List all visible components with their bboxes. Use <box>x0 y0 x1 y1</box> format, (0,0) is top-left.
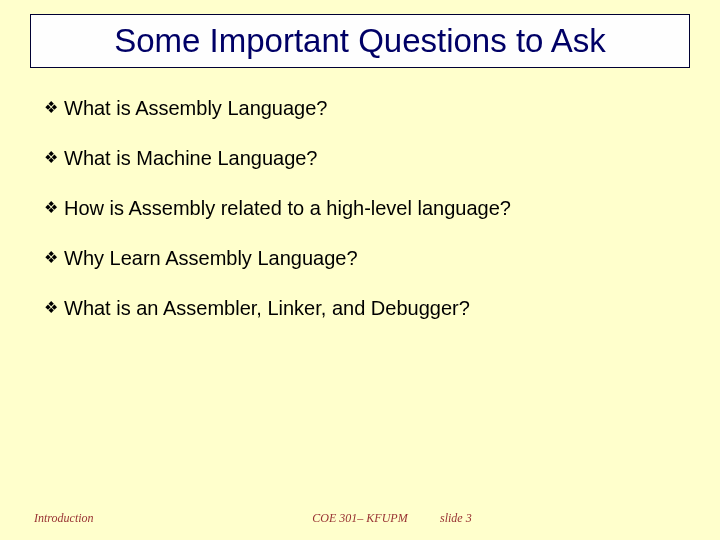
slide-title: Some Important Questions to Ask <box>114 22 606 60</box>
diamond-bullet-icon: ❖ <box>44 196 58 220</box>
list-item: ❖ How is Assembly related to a high-leve… <box>44 196 684 220</box>
list-item: ❖ What is Machine Language? <box>44 146 684 170</box>
diamond-bullet-icon: ❖ <box>44 296 58 320</box>
diamond-bullet-icon: ❖ <box>44 146 58 170</box>
slide: Some Important Questions to Ask ❖ What i… <box>0 0 720 540</box>
bullet-text: Why Learn Assembly Language? <box>64 246 358 270</box>
footer-center: COE 301– KFUPM <box>0 511 720 526</box>
diamond-bullet-icon: ❖ <box>44 246 58 270</box>
bullet-text: What is an Assembler, Linker, and Debugg… <box>64 296 470 320</box>
bullet-text: What is Machine Language? <box>64 146 318 170</box>
bullet-text: How is Assembly related to a high-level … <box>64 196 511 220</box>
title-box: Some Important Questions to Ask <box>30 14 690 68</box>
list-item: ❖ What is an Assembler, Linker, and Debu… <box>44 296 684 320</box>
footer-right: slide 3 <box>440 511 472 526</box>
list-item: ❖ What is Assembly Language? <box>44 96 684 120</box>
bullet-text: What is Assembly Language? <box>64 96 328 120</box>
diamond-bullet-icon: ❖ <box>44 96 58 120</box>
footer: Introduction COE 301– KFUPM slide 3 <box>0 508 720 528</box>
content-area: ❖ What is Assembly Language? ❖ What is M… <box>44 96 684 346</box>
list-item: ❖ Why Learn Assembly Language? <box>44 246 684 270</box>
